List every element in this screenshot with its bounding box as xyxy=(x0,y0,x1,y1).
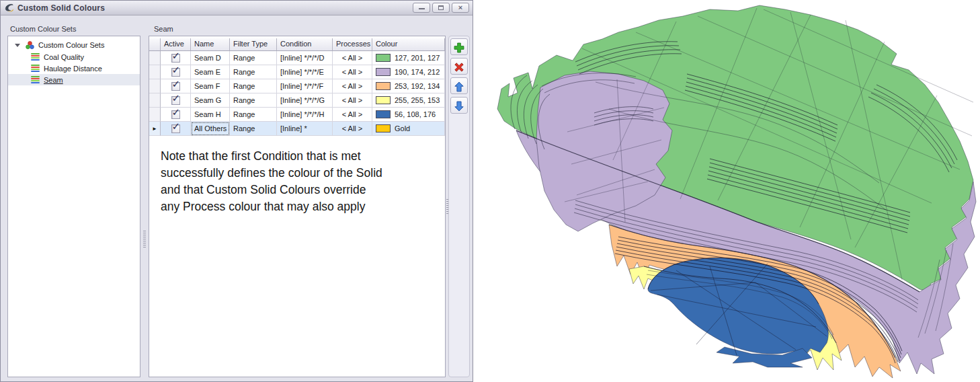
colour-label: 190, 174, 212 xyxy=(395,68,440,76)
condition-cell[interactable]: [Inline] * xyxy=(277,122,333,136)
col-header-condition[interactable]: Condition xyxy=(277,38,333,51)
check-mark: ✓ xyxy=(172,64,181,76)
processes-cell[interactable]: < All > xyxy=(333,108,372,122)
name-cell[interactable]: Seam F xyxy=(191,79,230,93)
colour-swatch xyxy=(376,68,391,76)
col-header-processes[interactable]: Processes xyxy=(333,38,372,51)
processes-cell[interactable]: < All > xyxy=(333,51,372,65)
filter-type-cell[interactable]: Range xyxy=(230,122,277,136)
grid-toolbar xyxy=(448,36,470,377)
maximize-icon xyxy=(438,5,444,10)
tree-expander-icon[interactable] xyxy=(15,44,20,47)
table-row[interactable]: ✓Seam HRange[Inline] */*/*/H< All >56, 1… xyxy=(149,108,445,122)
processes-cell[interactable]: < All > xyxy=(333,65,372,79)
row-selector[interactable] xyxy=(149,65,161,79)
window-title: Custom Solid Colours xyxy=(17,3,105,13)
filter-type-cell[interactable]: Range xyxy=(230,51,277,65)
name-cell[interactable]: All Others xyxy=(191,122,230,136)
move-down-button[interactable] xyxy=(450,97,468,114)
name-cell[interactable]: Seam H xyxy=(191,108,230,122)
table-row[interactable]: ✓Seam ERange[Inline] */*/*/E< All >190, … xyxy=(149,65,445,79)
note-line: any Process colour that may also apply xyxy=(161,198,438,215)
check-mark: ✓ xyxy=(172,78,181,90)
delete-row-button[interactable] xyxy=(450,58,468,75)
colour-cell[interactable]: 127, 201, 127 xyxy=(372,51,445,65)
colour-sets-root-icon xyxy=(25,40,35,50)
colour-set-icon xyxy=(31,53,40,61)
check-mark: ✓ xyxy=(172,92,181,104)
colour-cell[interactable]: 56, 108, 176 xyxy=(372,108,445,122)
minimize-button[interactable] xyxy=(413,3,430,13)
name-cell[interactable]: Seam E xyxy=(191,65,230,79)
colour-swatch xyxy=(376,110,391,118)
right-panel-caption: Seam xyxy=(154,25,173,33)
condition-cell[interactable]: [Inline] */*/*/F xyxy=(277,79,333,93)
3d-seam-model xyxy=(475,0,980,382)
note-line: Note that the first Condition that is me… xyxy=(161,148,438,165)
condition-cell[interactable]: [Inline] */*/*/H xyxy=(277,108,333,122)
filter-type-cell[interactable]: Range xyxy=(230,108,277,122)
colour-swatch xyxy=(376,96,391,104)
colour-swatch xyxy=(376,82,391,90)
colour-label: Gold xyxy=(395,124,410,132)
tree-item-coal-quality[interactable]: Coal Quality xyxy=(8,51,140,63)
tree-root-custom-colour-sets[interactable]: Custom Colour Sets xyxy=(8,39,140,51)
col-header-colour[interactable]: Colour xyxy=(372,38,445,51)
panel-splitter[interactable] xyxy=(142,36,147,377)
col-header-filter-type[interactable]: Filter Type xyxy=(230,38,277,51)
colour-cell[interactable]: 190, 174, 212 xyxy=(372,65,445,79)
check-mark: ✓ xyxy=(172,106,181,118)
checkbox-checked-icon[interactable]: ✓ xyxy=(171,110,180,119)
move-up-button[interactable] xyxy=(450,77,468,94)
colour-rules-grid: ActiveNameFilter TypeConditionProcessesC… xyxy=(149,38,445,136)
name-cell[interactable]: Seam G xyxy=(191,93,230,108)
close-button[interactable]: × xyxy=(452,3,469,13)
move-down-arrow-icon xyxy=(452,100,466,113)
table-row[interactable]: ✓Seam GRange[Inline] */*/*/G< All >255, … xyxy=(149,93,445,108)
condition-cell[interactable]: [Inline] */*/*/G xyxy=(277,93,333,108)
colour-cell[interactable]: 255, 255, 153 xyxy=(372,93,445,108)
row-selector[interactable] xyxy=(149,108,161,122)
table-row[interactable]: ►✓All OthersRange[Inline] *< All >Gold xyxy=(149,122,445,136)
name-cell[interactable]: Seam D xyxy=(191,51,230,65)
row-selector[interactable]: ► xyxy=(149,122,161,136)
checkbox-checked-icon[interactable]: ✓ xyxy=(171,54,180,63)
row-selector[interactable] xyxy=(149,93,161,108)
left-panel-caption: Custom Colour Sets xyxy=(10,25,76,33)
colour-swatch xyxy=(376,54,391,62)
col-header-name[interactable]: Name xyxy=(191,38,230,51)
condition-cell[interactable]: [Inline] */*/*/E xyxy=(277,65,333,79)
checkbox-checked-icon[interactable]: ✓ xyxy=(171,124,180,133)
colour-cell[interactable]: 253, 192, 134 xyxy=(372,79,445,93)
checkbox-checked-icon[interactable]: ✓ xyxy=(171,96,180,105)
condition-cell[interactable]: [Inline] */*/*/D xyxy=(277,51,333,65)
table-row[interactable]: ✓Seam DRange[Inline] */*/*/D< All >127, … xyxy=(149,51,445,65)
minimize-icon xyxy=(419,5,425,9)
row-selector[interactable] xyxy=(149,79,161,93)
filter-type-cell[interactable]: Range xyxy=(230,93,277,108)
filter-type-cell[interactable]: Range xyxy=(230,65,277,79)
colour-label: 255, 255, 153 xyxy=(395,96,440,104)
active-checkbox-cell[interactable]: ✓ xyxy=(161,122,191,136)
add-row-button[interactable] xyxy=(450,38,468,55)
splitter-grip-icon xyxy=(143,231,146,248)
window-titlebar[interactable]: Custom Solid Colours × xyxy=(1,1,473,15)
tree-item-label: Haulage Distance xyxy=(44,65,102,73)
processes-cell[interactable]: < All > xyxy=(333,79,372,93)
processes-cell[interactable]: < All > xyxy=(333,122,372,136)
custom-solid-colours-window: Custom Solid Colours × Custom Colour Set… xyxy=(0,0,473,382)
row-selector[interactable] xyxy=(149,51,161,65)
model-viewport[interactable] xyxy=(475,0,980,382)
colour-label: 127, 201, 127 xyxy=(395,54,440,62)
filter-type-cell[interactable]: Range xyxy=(230,79,277,93)
table-row[interactable]: ✓Seam FRange[Inline] */*/*/F< All >253, … xyxy=(149,79,445,93)
colour-label: 56, 108, 176 xyxy=(395,110,436,118)
colour-set-icon xyxy=(31,65,40,73)
checkbox-checked-icon[interactable]: ✓ xyxy=(171,82,180,91)
checkbox-checked-icon[interactable]: ✓ xyxy=(171,68,180,77)
tree-item-haulage-distance[interactable]: Haulage Distance xyxy=(8,63,140,74)
processes-cell[interactable]: < All > xyxy=(333,93,372,108)
colour-cell[interactable]: Gold xyxy=(372,122,445,136)
tree-item-seam[interactable]: Seam xyxy=(8,74,140,85)
maximize-button[interactable] xyxy=(432,3,450,13)
